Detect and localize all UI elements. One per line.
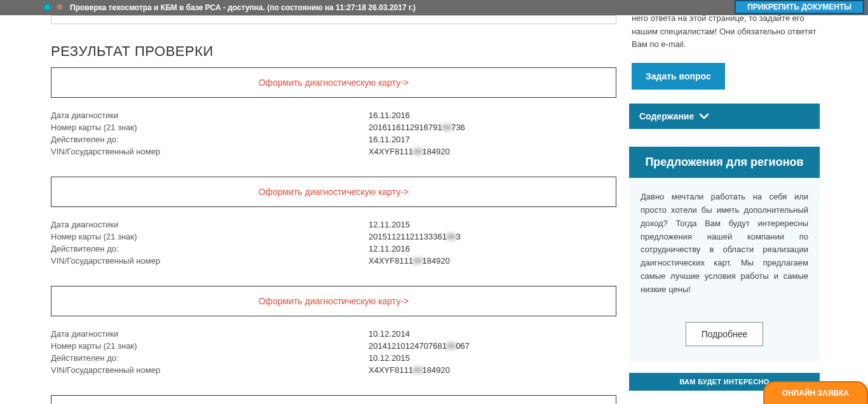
value-valid: 10.12.2015 — [369, 352, 410, 364]
region-offers-title: Предложения для регионов — [629, 147, 820, 178]
value-card: 201611611291679188736 — [369, 121, 465, 133]
label-vin: VIN/Государственный номер — [51, 255, 369, 267]
ask-question-button[interactable]: Задать вопрос — [632, 63, 725, 90]
result-card: Оформить диагностическую карту-> — [51, 177, 616, 207]
label-date: Дата диагностики — [51, 328, 369, 340]
section-title: РЕЗУЛЬТАТ ПРОВЕРКИ — [51, 43, 623, 60]
label-valid: Действителен до: — [51, 243, 369, 255]
label-valid: Действителен до: — [51, 352, 369, 364]
value-card: 20151121121133361883 — [369, 231, 461, 243]
main-content: РЕЗУЛЬТАТ ПРОВЕРКИ Оформить диагностичес… — [0, 15, 623, 404]
online-request-button[interactable]: ОНЛАЙН ЗАЯВКА — [763, 381, 868, 404]
value-vin: X4XYF811188184920 — [369, 364, 450, 376]
label-vin: VIN/Государственный номер — [51, 364, 369, 376]
order-diag-card-link[interactable]: Оформить диагностическую карту-> — [259, 77, 409, 88]
result-table: Дата диагностики16.11.2016 Номер карты (… — [51, 109, 616, 158]
label-card: Номер карты (21 знак) — [51, 231, 369, 243]
status-dot-cyan — [43, 3, 51, 11]
chevron-down-icon — [699, 112, 709, 120]
toc-toggle[interactable]: Содержание — [629, 104, 820, 129]
value-valid: 12.11.2016 — [369, 243, 410, 255]
value-vin: X4XYF811188184920 — [369, 255, 450, 267]
value-valid: 16.11.2017 — [369, 133, 410, 145]
result-table: Дата диагностики12.11.2015 Номер карты (… — [51, 219, 616, 267]
label-card: Номер карты (21 знак) — [51, 121, 369, 133]
result-card: Оформить диагностическую карту-> — [51, 395, 616, 404]
more-button[interactable]: Подробнее — [686, 322, 764, 346]
toc-label: Содержание — [639, 111, 694, 121]
sidebar: Если у Вас есть вопросы и Вы не нашли на… — [629, 15, 820, 404]
value-date: 10.12.2014 — [369, 328, 410, 340]
label-date: Дата диагностики — [51, 109, 369, 121]
order-diag-card-link[interactable]: Оформить диагностическую карту-> — [259, 187, 409, 197]
status-dot-brown — [56, 3, 64, 11]
region-offers-text: Давно мечтали работать на себя или прост… — [641, 191, 808, 296]
label-vin: VIN/Государственный номер — [51, 145, 369, 158]
attach-documents-button[interactable]: ПРИКРЕПИТЬ ДОКУМЕНТЫ — [735, 0, 864, 14]
region-offers-box: Предложения для регионов Давно мечтали р… — [629, 144, 820, 361]
value-vin: X4XYF811188184920 — [369, 145, 450, 158]
label-valid: Действителен до: — [51, 133, 369, 145]
value-card: 2014121012470768188067 — [369, 340, 470, 352]
value-date: 12.11.2015 — [369, 219, 410, 231]
label-date: Дата диагностики — [51, 219, 369, 231]
result-card: Оформить диагностическую карту-> — [51, 286, 616, 316]
label-card: Номер карты (21 знак) — [51, 340, 369, 352]
status-text: Проверка техосмотра и КБМ в базе РСА - д… — [70, 3, 416, 12]
result-card: Оформить диагностическую карту-> — [51, 67, 616, 98]
result-table: Дата диагностики10.12.2014 Номер карты (… — [51, 328, 616, 376]
value-date: 16.11.2016 — [369, 109, 410, 121]
order-diag-card-link[interactable]: Оформить диагностическую карту-> — [259, 296, 409, 306]
previous-block-edge — [51, 15, 616, 24]
